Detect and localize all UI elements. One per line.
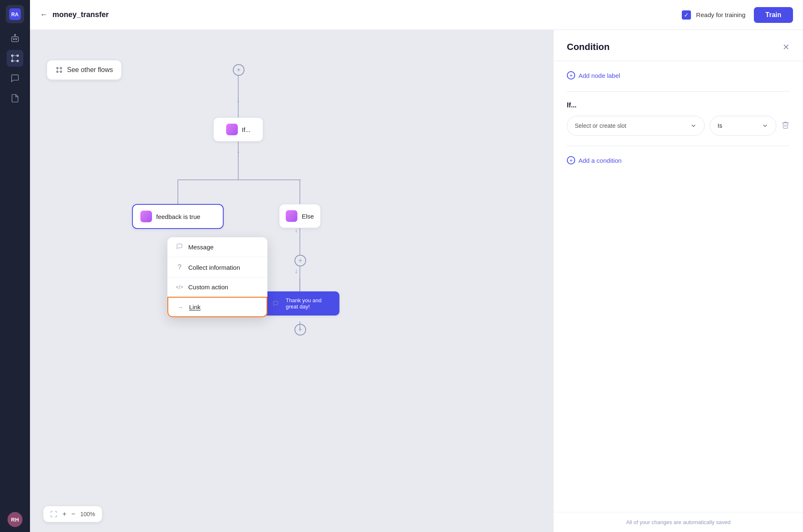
add-condition-button[interactable]: + Add a condition [567,156,790,164]
panel-title: Condition [567,42,610,52]
link-icon: → [177,304,184,311]
content-area: See other flows [30,30,803,532]
add-condition-label: Add a condition [579,157,621,164]
sidebar-item-chat[interactable] [7,70,23,87]
delete-condition-button[interactable] [781,121,790,131]
svg-point-8 [17,55,19,57]
svg-point-3 [13,38,15,40]
condition-row: Select or create slot Is [567,116,790,136]
avatar[interactable]: RH [7,512,22,527]
if-node-label: If... [242,126,251,133]
autosave-text: All of your changes are automatically sa… [626,519,731,525]
message-icon [176,243,183,251]
ready-label: Ready for training [696,11,745,18]
zoom-in-button[interactable]: + [62,510,66,518]
fit-view-button[interactable] [50,510,57,518]
feedback-node-label: feedback is true [156,213,200,220]
panel-header: Condition ✕ [554,30,803,61]
thankyou-node-label: Thank you and great day! [286,297,332,310]
svg-point-15 [60,67,62,69]
custom-icon: </> [176,284,183,290]
select-is-label: Is [718,122,722,129]
svg-rect-2 [12,37,19,42]
dropdown-custom[interactable]: </> Custom action [167,278,267,297]
else-node-label: Else [302,213,314,220]
panel-body: + Add node label If... Select or create … [554,61,803,512]
ready-checkbox[interactable]: ✓ [682,10,691,20]
add-node-label-text: Add node label [579,72,620,79]
back-button[interactable]: ← [40,10,47,19]
dropdown-link-label: Link [189,303,201,311]
dropdown-collect-label: Collect information [188,264,240,271]
zoom-controls: + − 100% [43,506,102,522]
action-dropdown: Message ? Collect information </> Custom… [167,237,267,317]
main-container: ← money_transfer ✓ Ready for training Tr… [30,0,803,532]
dropdown-message-label: Message [188,244,214,251]
thankyou-node-icon [270,298,282,309]
sidebar-item-flows[interactable] [7,50,23,67]
bottom-plus-button[interactable]: + [294,324,306,336]
else-node-icon [286,210,297,222]
if-node[interactable]: If... [213,117,263,142]
flow-canvas[interactable]: See other flows [30,30,553,532]
svg-point-9 [12,60,13,62]
divider-2 [567,146,790,146]
train-button[interactable]: Train [754,7,793,23]
feedback-node[interactable]: feedback is true [132,204,224,229]
if-node-icon [226,124,238,135]
top-plus-button[interactable]: + [233,64,244,76]
zoom-level: 100% [80,511,95,517]
svg-point-7 [12,55,13,57]
select-slot-placeholder: Select or create slot [575,122,626,129]
svg-point-6 [15,34,16,35]
select-is-dropdown[interactable]: Is [710,116,776,136]
header: ← money_transfer ✓ Ready for training Tr… [30,0,803,30]
zoom-out-button[interactable]: − [71,510,75,518]
dropdown-message[interactable]: Message [167,237,267,257]
see-other-flows-label: See other flows [67,66,113,74]
dropdown-collect[interactable]: ? Collect information [167,257,267,278]
thankyou-node[interactable]: Thank you and great day! [262,291,339,316]
svg-point-14 [57,67,58,69]
panel-close-button[interactable]: ✕ [783,42,790,52]
dropdown-custom-label: Custom action [188,283,228,291]
sidebar-item-files[interactable] [7,90,23,107]
divider-1 [567,91,790,92]
panel-footer: All of your changes are automatically sa… [554,512,803,532]
page-title: money_transfer [52,10,682,19]
collect-icon: ? [176,263,183,271]
else-node[interactable]: Else [279,204,321,228]
add-label-plus-icon: + [567,71,575,80]
add-condition-plus-icon: + [567,156,575,164]
dropdown-link[interactable]: → Link [167,297,267,317]
see-other-flows-button[interactable]: See other flows [47,60,122,80]
sidebar: RA RH [0,0,30,532]
header-right: ✓ Ready for training Train [682,7,793,23]
sidebar-item-bot[interactable] [7,30,23,47]
right-panel: Condition ✕ + Add node label If... Selec… [553,30,803,532]
svg-point-4 [15,38,17,40]
if-section-label: If... [567,102,790,109]
svg-point-16 [57,71,58,72]
select-slot-dropdown[interactable]: Select or create slot [567,116,705,136]
else-plus-button[interactable]: + [294,255,306,266]
sidebar-logo: RA [6,5,24,23]
svg-point-17 [60,71,62,72]
svg-text:RA: RA [11,12,19,17]
add-node-label-button[interactable]: + Add node label [567,71,790,80]
feedback-node-icon [140,211,152,222]
flow-connections [30,30,553,532]
svg-point-10 [17,60,19,62]
